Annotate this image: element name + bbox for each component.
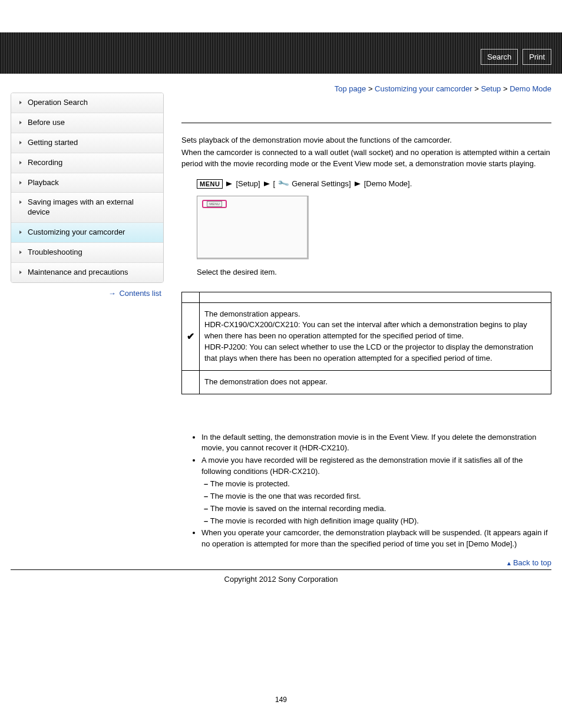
breadcrumb-customizing[interactable]: Customizing your camcorder (375, 84, 472, 93)
note-2-text: A movie you have recorded will be regist… (201, 456, 523, 476)
note-1: In the default setting, the demonstratio… (201, 432, 551, 454)
intro-text: Sets playback of the demonstration movie… (181, 135, 551, 170)
table-cell-off: The demonstration does not appear. (200, 370, 551, 394)
check-icon: ✔ (182, 302, 200, 370)
nav-saving-images[interactable]: Saving images with an external device (11, 193, 163, 223)
nav-operation-search[interactable]: Operation Search (11, 93, 163, 113)
breadcrumb-sep: > (366, 84, 375, 93)
contents-list-link-wrap: → Contents list (11, 283, 164, 298)
breadcrumb: Top page > Customizing your camcorder > … (181, 82, 551, 123)
table-row: The demonstration does not appear. (182, 370, 551, 394)
menu-button-highlight: MENU (202, 200, 227, 208)
arrow-right-icon (226, 182, 232, 186)
copyright-text: Copyright 2012 Sony Corporation (0, 575, 562, 601)
print-button[interactable]: Print (523, 49, 551, 65)
table-row: ✔ The demonstration appears. HDR-CX190/C… (182, 302, 551, 370)
path-general-prefix: [ (273, 179, 276, 188)
breadcrumb-setup[interactable]: Setup (481, 84, 501, 93)
back-to-top-wrap: ▲Back to top (181, 558, 551, 567)
sidebar: Operation Search Before use Getting star… (11, 82, 164, 568)
path-demo: [Demo Mode]. (364, 179, 412, 188)
intro-p1: Sets playback of the demonstration movie… (181, 135, 551, 146)
note-2-sub-4: The movie is recorded with high definiti… (204, 516, 551, 527)
row1-p2: HDR-CX190/CX200/CX210: You can set the i… (204, 320, 527, 340)
wrench-icon: 🔧 (277, 177, 290, 190)
back-to-top-link[interactable]: Back to top (513, 558, 551, 567)
nav-troubleshooting[interactable]: Troubleshooting (11, 243, 163, 263)
divider (181, 123, 551, 123)
table-cell-on: The demonstration appears. HDR-CX190/CX2… (200, 302, 551, 370)
demo-screen-illustration: MENU (197, 196, 309, 259)
nav-list: Operation Search Before use Getting star… (11, 93, 164, 283)
nav-before-use[interactable]: Before use (11, 113, 163, 133)
breadcrumb-current: Demo Mode (510, 84, 551, 93)
arrow-right-icon (264, 182, 270, 186)
note-2: A movie you have recorded will be regist… (201, 455, 551, 526)
notes-section: In the default setting, the demonstratio… (181, 432, 551, 550)
nav-maintenance[interactable]: Maintenance and precautions (11, 263, 163, 282)
menu-box-icon: MENU (197, 179, 223, 189)
note-2-sub-1: The movie is protected. (204, 479, 551, 490)
select-instruction: Select the desired item. (197, 268, 551, 276)
menu-path: MENU [Setup] [🔧General Settings] [Demo M… (197, 179, 551, 189)
nav-getting-started[interactable]: Getting started (11, 133, 163, 153)
breadcrumb-sep: > (501, 84, 510, 93)
table-header-blank2 (200, 292, 551, 302)
note-2-sub-2: The movie is the one that was recorded f… (204, 491, 551, 502)
row1-p1: The demonstration appears. (204, 309, 300, 318)
nav-customizing[interactable]: Customizing your camcorder (11, 223, 163, 243)
header-bar: Search Print (0, 32, 562, 74)
search-button[interactable]: Search (481, 49, 518, 65)
breadcrumb-top[interactable]: Top page (335, 84, 366, 93)
breadcrumb-sep: > (472, 84, 481, 93)
note-3: When you operate your camcorder, the dem… (201, 528, 551, 550)
path-setup: [Setup] (236, 179, 260, 188)
nav-recording[interactable]: Recording (11, 153, 163, 173)
arrow-right-icon: → (108, 289, 116, 298)
row1-p3: HDR-PJ200: You can select whether to use… (204, 342, 533, 363)
intro-p2: When the camcorder is connected to a wal… (181, 147, 551, 170)
main-content: Top page > Customizing your camcorder > … (164, 82, 551, 568)
table-cell-blank (182, 370, 200, 394)
note-2-sub-3: The movie is saved on the internal recor… (204, 503, 551, 515)
nav-playback[interactable]: Playback (11, 173, 163, 193)
arrow-right-icon (355, 182, 361, 186)
triangle-up-icon: ▲ (506, 560, 512, 566)
contents-list-link[interactable]: Contents list (119, 289, 161, 298)
table-header-blank1 (182, 292, 200, 302)
menu-button-inner: MENU (207, 201, 222, 207)
footer-divider (11, 569, 551, 570)
page-number: 149 (0, 601, 562, 716)
options-table: ✔ The demonstration appears. HDR-CX190/C… (181, 292, 551, 394)
path-general: General Settings] (292, 179, 351, 188)
